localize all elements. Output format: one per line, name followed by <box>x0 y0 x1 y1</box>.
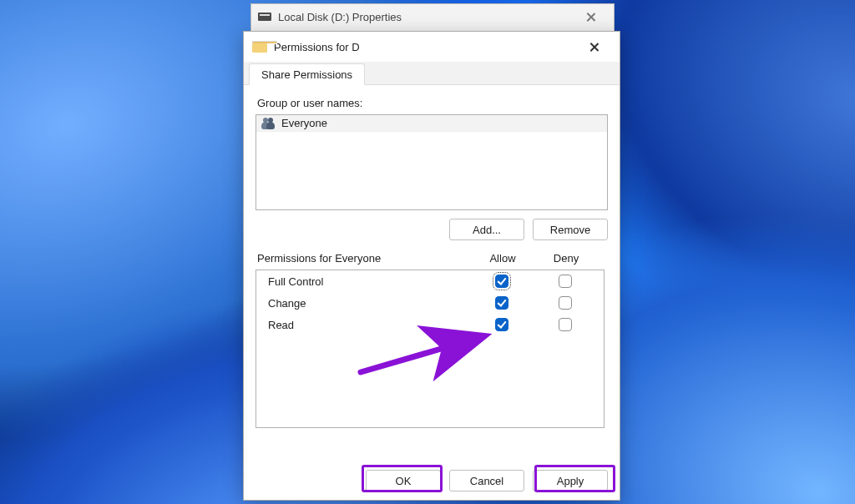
cancel-button[interactable]: Cancel <box>449 470 524 491</box>
properties-close-button[interactable] <box>574 5 607 28</box>
close-icon <box>586 13 595 22</box>
user-row-everyone[interactable]: Everyone <box>256 115 607 132</box>
tab-label: Share Permissions <box>261 68 352 81</box>
add-button-label: Add... <box>473 224 501 236</box>
apply-button-label: Apply <box>557 475 584 487</box>
permissions-for-label: Permissions for Everyone <box>257 252 471 265</box>
tab-strip: Share Permissions <box>244 62 620 85</box>
permission-name: Full Control <box>268 275 470 288</box>
apply-button[interactable]: Apply <box>533 470 608 491</box>
ok-button-label: OK <box>396 475 412 487</box>
permission-name: Change <box>268 297 470 310</box>
properties-title: Local Disk (D:) Properties <box>278 11 402 23</box>
permissions-titlebar[interactable]: Permissions for D <box>244 32 620 62</box>
ok-button[interactable]: OK <box>366 470 441 491</box>
deny-full-control-checkbox[interactable] <box>559 275 572 288</box>
folder-icon <box>252 41 267 53</box>
close-icon <box>589 43 599 52</box>
allow-full-control-checkbox[interactable] <box>495 275 508 288</box>
remove-button[interactable]: Remove <box>533 219 608 240</box>
user-name: Everyone <box>281 117 327 129</box>
group-user-label: Group or user names: <box>257 97 606 109</box>
users-icon <box>261 118 276 129</box>
disk-icon <box>258 13 271 21</box>
permissions-close-button[interactable] <box>576 34 611 59</box>
permissions-dialog: Permissions for D Share Permissions Grou… <box>243 31 620 501</box>
properties-titlebar[interactable]: Local Disk (D:) Properties <box>251 4 614 29</box>
remove-button-label: Remove <box>550 224 590 236</box>
permission-row: Read <box>256 314 604 335</box>
deny-read-checkbox[interactable] <box>559 318 572 331</box>
allow-read-checkbox[interactable] <box>495 318 508 331</box>
permission-row: Full Control <box>256 270 604 292</box>
permissions-grid: Permissions for Everyone Allow Deny Full… <box>255 252 608 428</box>
permission-row: Change <box>256 292 604 314</box>
allow-change-checkbox[interactable] <box>495 296 508 310</box>
cancel-button-label: Cancel <box>470 475 503 487</box>
column-allow: Allow <box>471 252 534 265</box>
user-listbox[interactable]: Everyone <box>255 114 608 210</box>
permissions-title: Permissions for D <box>274 41 360 53</box>
column-deny: Deny <box>534 252 598 265</box>
permission-name: Read <box>268 319 470 331</box>
add-button[interactable]: Add... <box>449 219 524 240</box>
tab-share-permissions[interactable]: Share Permissions <box>249 63 365 85</box>
deny-change-checkbox[interactable] <box>559 296 572 310</box>
